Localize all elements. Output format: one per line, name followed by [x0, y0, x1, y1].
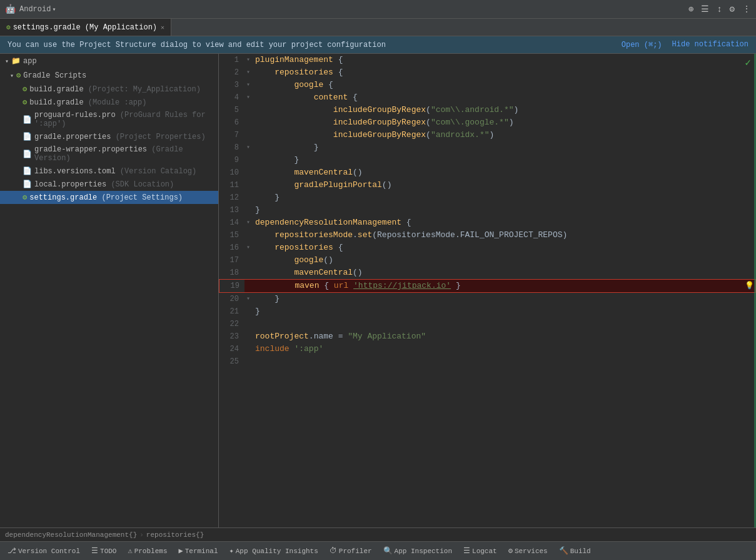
settings-icon[interactable]: ⚙ — [730, 4, 735, 14]
code-line-17: 17 google() — [219, 254, 756, 267]
more-icon[interactable]: ⋮ — [742, 4, 751, 14]
code-line-16: 16 ▾ repositories { — [219, 242, 756, 254]
line-number-9: 9 — [219, 154, 244, 166]
hint-19[interactable]: 💡 — [743, 280, 755, 292]
title-bar-icons: ⊕ ☰ ↕ ⚙ ⋮ — [688, 4, 751, 14]
code-line-4: 4 ▾ content { — [219, 91, 756, 104]
line-code-17: google() — [253, 254, 743, 267]
profiler-tool[interactable]: ⏱ Profiler — [325, 542, 377, 560]
props-file-icon: 📄 — [23, 132, 32, 141]
line-code-3: google { — [253, 79, 743, 91]
app-inspection-tool[interactable]: 🔍 App Inspection — [378, 542, 457, 560]
app-folder[interactable]: ▾ 📁 app — [0, 54, 218, 68]
fold-7 — [244, 129, 253, 141]
sidebar-item-label-5: gradle-wrapper.properties (Gradle Versio… — [34, 145, 213, 163]
line-code-22 — [253, 318, 743, 330]
line-number-17: 17 — [219, 254, 244, 267]
sidebar-item-settings-gradle[interactable]: ⚙ settings.gradle (Project Settings) — [0, 191, 218, 204]
services-tool[interactable]: ⚙ Services — [503, 542, 553, 560]
code-line-1: 1 ▾ pluginManagement { — [219, 54, 756, 66]
line-code-21: } — [253, 305, 743, 318]
line-number-8: 8 — [219, 141, 244, 154]
sidebar-item-label: build.gradle (Project: My_Application) — [29, 85, 201, 94]
code-line-13: 13 } — [219, 204, 756, 216]
line-code-2: repositories { — [253, 66, 743, 79]
line-code-5: includeGroupByRegex("com\\.android.*") — [253, 104, 743, 116]
sidebar-item-gradle-wrapper[interactable]: 📄 gradle-wrapper.properties (Gradle Vers… — [0, 143, 218, 165]
fold-17 — [244, 254, 253, 267]
version-control-tool[interactable]: ⎇ Version Control — [3, 542, 85, 560]
fold-11 — [244, 179, 253, 191]
line-number-21: 21 — [219, 305, 244, 318]
open-link[interactable]: Open (⌘;) — [622, 40, 662, 49]
line-number-18: 18 — [219, 267, 244, 279]
line-code-1: pluginManagement { — [253, 54, 743, 66]
line-number-10: 10 — [219, 166, 244, 179]
line-code-10: mavenCentral() — [253, 166, 743, 179]
fold-9 — [244, 154, 253, 166]
gradle-file-icon: ⚙ — [23, 84, 27, 94]
sync-icon[interactable]: ⊕ — [688, 4, 693, 14]
sidebar-item-label-2: build.gradle (Module :app) — [29, 98, 146, 107]
line-code-13: } — [253, 204, 743, 216]
code-editor[interactable]: 1 ▾ pluginManagement { 2 ▾ repositories … — [219, 54, 756, 527]
line-number-24: 24 — [219, 343, 244, 355]
fold-19 — [244, 280, 253, 292]
code-line-18: 18 mavenCentral() — [219, 267, 756, 279]
sidebar-item-libs-toml[interactable]: 📄 libs.versions.toml (Version Catalog) — [0, 165, 218, 178]
sidebar-item-build-module[interactable]: ⚙ build.gradle (Module :app) — [0, 96, 218, 109]
tab-label: settings.gradle (My Application) — [13, 23, 157, 32]
fold-14[interactable]: ▾ — [244, 216, 253, 229]
fold-8[interactable]: ▾ — [244, 141, 253, 154]
code-line-14: 14 ▾ dependencyResolutionManagement { — [219, 216, 756, 229]
local-props-icon: 📄 — [23, 180, 32, 189]
line-code-23: rootProject.name = "My Application" — [253, 330, 743, 343]
fold-20[interactable]: ▾ — [244, 293, 253, 305]
line-code-14: dependencyResolutionManagement { — [253, 216, 743, 229]
fold-1[interactable]: ▾ — [244, 54, 253, 66]
line-code-18: mavenCentral() — [253, 267, 743, 279]
code-line-24: 24 include ':app' — [219, 343, 756, 355]
gradle-scripts-folder[interactable]: ▾ ⚙ Gradle Scripts — [0, 68, 218, 83]
logcat-tool[interactable]: ☰ Logcat — [458, 542, 502, 560]
fold-16[interactable]: ▾ — [244, 242, 253, 254]
app-inspection-label: App Inspection — [395, 547, 452, 555]
active-tab[interactable]: ⚙ settings.gradle (My Application) ✕ — [0, 19, 171, 36]
sidebar-item-gradle-props[interactable]: 📄 gradle.properties (Project Properties) — [0, 130, 218, 143]
line-number-13: 13 — [219, 204, 244, 216]
code-line-2: 2 ▾ repositories { — [219, 66, 756, 79]
terminal-tool[interactable]: ▶ Terminal — [173, 542, 223, 560]
sidebar-item-proguard[interactable]: 📄 proguard-rules.pro (ProGuard Rules for… — [0, 109, 218, 130]
sidebar-item-label-4: gradle.properties (Project Properties) — [34, 133, 206, 141]
android-dropdown[interactable]: Android ▾ — [19, 5, 56, 14]
problems-tool[interactable]: ⚠ Problems — [123, 542, 172, 560]
line-code-12: } — [253, 191, 743, 204]
fold-2[interactable]: ▾ — [244, 66, 253, 79]
code-line-15: 15 repositoriesMode.set(RepositoriesMode… — [219, 229, 756, 242]
fold-3[interactable]: ▾ — [244, 79, 253, 91]
fold-12 — [244, 191, 253, 204]
fold-25 — [244, 355, 253, 368]
app-title: Android — [19, 5, 51, 14]
logcat-icon: ☰ — [463, 546, 470, 556]
code-content: 1 ▾ pluginManagement { 2 ▾ repositories … — [219, 54, 756, 368]
line-number-6: 6 — [219, 116, 244, 129]
fold-21 — [244, 305, 253, 318]
app-quality-insights-tool[interactable]: ✦ App Quality Insights — [224, 542, 323, 560]
expand-icon[interactable]: ↕ — [717, 4, 722, 14]
line-code-24: include ':app' — [253, 343, 743, 355]
title-bar-left: 🤖 Android ▾ — [5, 4, 56, 14]
build-tool[interactable]: 🔨 Build — [554, 542, 596, 560]
fold-6 — [244, 116, 253, 129]
code-line-22: 22 — [219, 318, 756, 330]
aqi-label: App Quality Insights — [236, 547, 318, 555]
terminal-label: Terminal — [185, 547, 218, 555]
todo-tool[interactable]: ☰ TODO — [86, 542, 121, 560]
breadcrumb: dependencyResolutionManagement{} › repos… — [0, 527, 756, 541]
sidebar-item-local-props[interactable]: 📄 local.properties (SDK Location) — [0, 178, 218, 191]
list-icon[interactable]: ☰ — [701, 4, 709, 14]
tab-close-button[interactable]: ✕ — [161, 24, 164, 31]
sidebar-item-build-project[interactable]: ⚙ build.gradle (Project: My_Application) — [0, 83, 218, 96]
hide-notification-link[interactable]: Hide notification — [672, 40, 748, 49]
toml-file-icon: 📄 — [23, 166, 32, 176]
